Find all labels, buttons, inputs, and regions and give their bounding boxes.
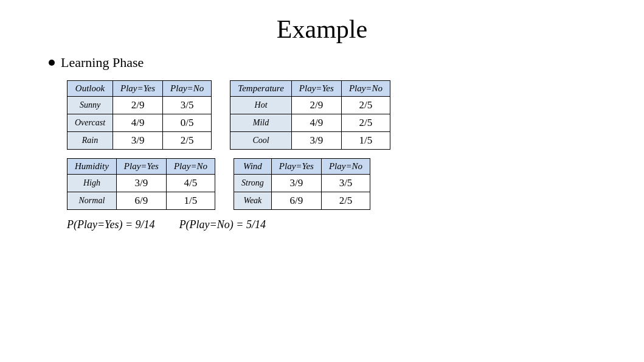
no-cell: 2/5 [341,97,390,114]
learning-phase-label: Learning Phase [61,55,144,71]
humidity-col1-header: Humidity [68,159,117,175]
yes-cell: 3/9 [271,175,321,192]
no-cell: 2/5 [163,132,212,150]
no-cell: 3/5 [321,175,370,192]
humidity-col2-header: Play=Yes [116,159,166,175]
wind-col2-header: Play=Yes [271,159,321,175]
table-row: Mild4/92/5 [230,114,390,132]
wind-col1-header: Wind [234,159,272,175]
yes-cell: 6/9 [271,192,321,210]
row-label-cell: Normal [68,192,117,210]
no-cell: 2/5 [341,114,390,132]
outlook-col3-header: Play=No [163,81,212,97]
row-label-cell: Cool [230,132,292,150]
no-cell: 2/5 [321,192,370,210]
no-cell: 1/5 [166,192,215,210]
row-label-cell: Overcast [68,114,113,132]
temperature-table: Temperature Play=Yes Play=No Hot2/92/5Mi… [230,80,390,150]
table-row: Hot2/92/5 [230,97,390,114]
wind-table: Wind Play=Yes Play=No Strong3/93/5Weak6/… [234,158,370,210]
yes-cell: 3/9 [291,132,341,150]
table-row: High3/94/5 [68,175,215,192]
probability-row: P(Play=Yes) = 9/14 P(Play=No) = 5/14 [67,218,644,231]
yes-cell: 3/9 [113,132,163,150]
table-row: Rain3/92/5 [68,132,212,150]
row-label-cell: Sunny [68,97,113,114]
table-row: Cool3/91/5 [230,132,390,150]
row-label-cell: Weak [234,192,272,210]
outlook-table: Outlook Play=Yes Play=No Sunny2/93/5Over… [67,80,212,150]
no-cell: 4/5 [166,175,215,192]
table-row: Strong3/93/5 [234,175,370,192]
row-label-cell: High [68,175,117,192]
temperature-col2-header: Play=Yes [291,81,341,97]
table-row: Weak6/92/5 [234,192,370,210]
second-tables-row: Humidity Play=Yes Play=No High3/94/5Norm… [67,158,644,210]
outlook-col2-header: Play=Yes [113,81,163,97]
no-cell: 0/5 [163,114,212,132]
page-title: Example [277,15,367,44]
table-row: Normal6/91/5 [68,192,215,210]
yes-cell: 4/9 [113,114,163,132]
first-tables-row: Outlook Play=Yes Play=No Sunny2/93/5Over… [67,80,644,150]
bullet-label: Learning Phase [49,55,644,71]
yes-cell: 3/9 [116,175,166,192]
prob-yes: P(Play=Yes) = 9/14 [67,218,155,231]
no-cell: 1/5 [341,132,390,150]
humidity-table: Humidity Play=Yes Play=No High3/94/5Norm… [67,158,215,210]
yes-cell: 6/9 [116,192,166,210]
wind-col3-header: Play=No [321,159,370,175]
prob-no: P(Play=No) = 5/14 [179,218,266,231]
humidity-col3-header: Play=No [166,159,215,175]
no-cell: 3/5 [163,97,212,114]
row-label-cell: Mild [230,114,292,132]
temperature-col1-header: Temperature [230,81,292,97]
yes-cell: 2/9 [113,97,163,114]
table-row: Overcast4/90/5 [68,114,212,132]
row-label-cell: Hot [230,97,292,114]
temperature-col3-header: Play=No [341,81,390,97]
outlook-col1-header: Outlook [68,81,113,97]
row-label-cell: Strong [234,175,272,192]
yes-cell: 2/9 [291,97,341,114]
row-label-cell: Rain [68,132,113,150]
bullet-dot [49,60,55,66]
yes-cell: 4/9 [291,114,341,132]
table-row: Sunny2/93/5 [68,97,212,114]
